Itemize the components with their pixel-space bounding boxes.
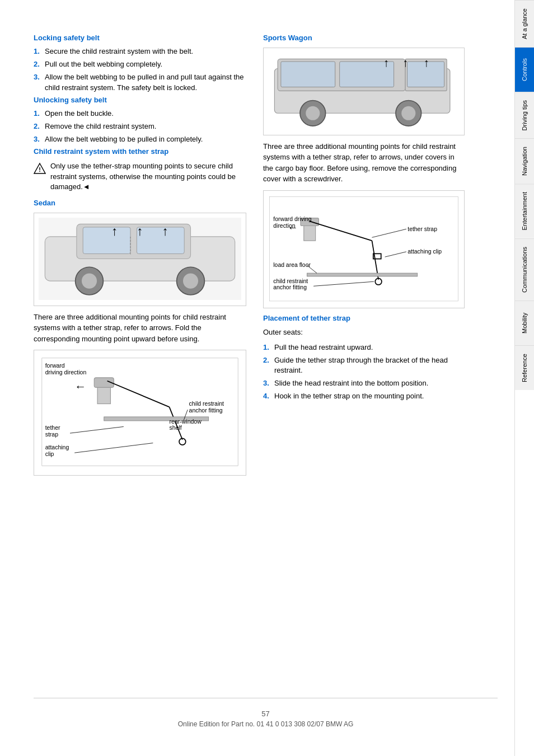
locking-step-1: 1. Secure the child restraint system wit…	[34, 46, 246, 57]
placement-steps: 1. Pull the head restraint upward. 2. Gu…	[263, 342, 465, 402]
svg-text:tether: tether	[45, 425, 60, 431]
locking-title: Locking safety belt	[34, 34, 246, 42]
placement-title: Placement of tether strap	[263, 314, 465, 322]
right-column: Sports Wagon	[263, 34, 465, 681]
sedan-title: Sedan	[34, 199, 246, 207]
sedan-tether-diagram: forward driving direction ←	[34, 350, 246, 475]
svg-point-7	[82, 273, 97, 288]
svg-text:anchor fitting: anchor fitting	[273, 284, 307, 290]
step-num: 4.	[263, 391, 271, 401]
sidebar-tab-driving-tips[interactable]: Driving tips	[515, 92, 534, 138]
locking-section: Locking safety belt 1. Secure the child …	[34, 34, 246, 93]
child-restraint-section: Child restraint system with tether strap…	[34, 147, 246, 192]
unlocking-step-3: 3. Allow the belt webbing to be pulled i…	[34, 134, 246, 144]
svg-text:strap: strap	[45, 431, 59, 438]
sidebar-tab-at-a-glance[interactable]: At a glance	[515, 0, 534, 47]
sports-wagon-image: ↑ ↑ ↑	[268, 53, 460, 129]
placement-step-2: 2. Guide the tether strap through the br…	[263, 355, 465, 375]
step-num: 1.	[34, 46, 41, 57]
placement-step-3: 3. Slide the head restraint into the bot…	[263, 378, 465, 388]
step-num: 3.	[34, 72, 41, 92]
step-num: 3.	[263, 378, 271, 388]
svg-text:driving direction: driving direction	[45, 369, 87, 375]
placement-step-1: 1. Pull the head restraint upward.	[263, 342, 465, 353]
sedan-car-image: ↑ ↑ ↑	[39, 218, 241, 300]
sidebar-tab-navigation[interactable]: Navigation	[515, 138, 534, 184]
footer-text: Online Edition for Part no. 01 41 0 013 …	[34, 720, 498, 728]
svg-text:child restraint: child restraint	[273, 278, 308, 284]
child-restraint-title: Child restraint system with tether strap	[34, 147, 246, 156]
sidebar-tab-reference[interactable]: Reference	[515, 345, 534, 390]
sidebar-tab-controls[interactable]: Controls	[515, 47, 534, 92]
sports-wagon-tether-diagram: tether strap attaching clip ←	[263, 190, 465, 308]
sports-wagon-description: Three are three additional mounting poin…	[263, 141, 465, 185]
svg-text:!: !	[39, 166, 41, 173]
locking-steps: 1. Secure the child restraint system wit…	[34, 46, 246, 93]
sedan-tether-image: forward driving direction ←	[39, 355, 241, 469]
svg-text:rear-window: rear-window	[170, 418, 202, 425]
step-num: 2.	[34, 121, 41, 132]
svg-text:load area floor: load area floor	[273, 261, 311, 267]
svg-point-9	[183, 273, 198, 288]
unlocking-title: Unlocking safety belt	[34, 96, 246, 104]
left-column: Locking safety belt 1. Secure the child …	[34, 34, 246, 681]
svg-text:forward driving: forward driving	[273, 216, 312, 222]
svg-text:tether strap: tether strap	[407, 226, 437, 232]
svg-text:attaching: attaching	[45, 444, 69, 451]
svg-text:clip: clip	[45, 450, 54, 457]
step-num: 2.	[34, 59, 41, 69]
sidebar-navigation: At a glance Controls Driving tips Naviga…	[514, 0, 534, 756]
step-num: 3.	[34, 134, 41, 144]
svg-text:direction: direction	[273, 223, 296, 229]
sedan-description: There are three additional mounting poin…	[34, 312, 246, 345]
svg-text:attaching clip: attaching clip	[407, 248, 442, 255]
svg-point-44	[401, 106, 415, 120]
locking-step-2: 2. Pull out the belt webbing completely.	[34, 59, 246, 69]
placement-step-4: 4. Hook in the tether strap on the mount…	[263, 391, 465, 401]
svg-text:child restraint: child restraint	[189, 401, 224, 407]
svg-rect-59	[307, 273, 418, 276]
svg-text:↑: ↑	[383, 56, 389, 69]
svg-text:↑: ↑	[424, 56, 429, 69]
unlocking-step-2: 2. Remove the child restraint system.	[34, 121, 246, 132]
placement-section: Placement of tether strap Outer seats: 1…	[263, 314, 465, 401]
step-num: 1.	[34, 109, 41, 119]
sidebar-tab-mobility[interactable]: Mobility	[515, 300, 534, 345]
step-num: 2.	[263, 355, 271, 375]
sedan-section: Sedan	[34, 199, 246, 476]
page-number: 57	[34, 710, 498, 718]
step-num: 1.	[263, 342, 271, 353]
page-footer: 57 Online Edition for Part no. 01 41 0 0…	[34, 698, 498, 734]
outer-seats-label: Outer seats:	[263, 327, 465, 338]
svg-text:↑: ↑	[111, 224, 118, 238]
unlocking-section: Unlocking safety belt 1. Open the belt b…	[34, 96, 246, 145]
sports-wagon-title: Sports Wagon	[263, 34, 465, 42]
svg-text:←: ←	[74, 381, 86, 393]
svg-point-42	[306, 106, 320, 120]
svg-text:forward: forward	[45, 363, 65, 369]
svg-text:↑: ↑	[402, 56, 408, 69]
sidebar-tab-entertainment[interactable]: Entertainment	[515, 184, 534, 238]
warning-box: ! Only use the tether-strap mounting poi…	[34, 161, 246, 192]
warning-icon: !	[34, 162, 46, 175]
unlocking-step-1: 1. Open the belt buckle.	[34, 109, 246, 119]
svg-rect-5	[137, 227, 184, 254]
sports-wagon-tether-image: tether strap attaching clip ←	[268, 195, 460, 302]
sidebar-tab-communications[interactable]: Communications	[515, 238, 534, 300]
sedan-car-diagram: ↑ ↑ ↑	[34, 213, 246, 306]
unlocking-steps: 1. Open the belt buckle. 2. Remove the c…	[34, 109, 246, 145]
locking-step-3: 3. Allow the belt webbing to be pulled i…	[34, 72, 246, 92]
sports-wagon-section: Sports Wagon	[263, 34, 465, 308]
svg-rect-4	[83, 227, 130, 254]
svg-text:↑: ↑	[137, 224, 143, 238]
svg-text:shelf: shelf	[170, 425, 182, 431]
sports-wagon-car-diagram: ↑ ↑ ↑	[263, 48, 465, 135]
svg-rect-38	[281, 62, 335, 87]
svg-text:↑: ↑	[162, 224, 168, 238]
svg-text:anchor fitting: anchor fitting	[189, 407, 223, 414]
